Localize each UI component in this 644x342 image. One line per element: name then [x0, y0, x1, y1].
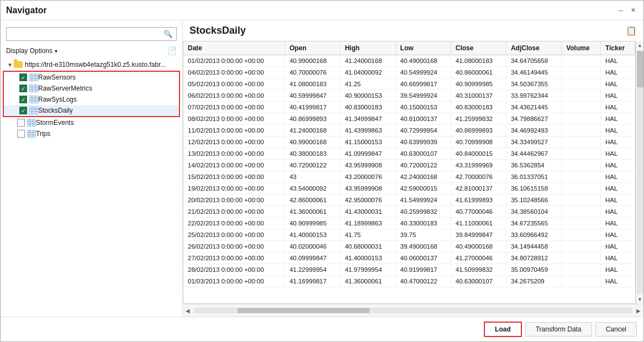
table-cell: 42.59000015 — [395, 183, 451, 194]
table-cell — [562, 90, 601, 102]
table-row: 22/02/2013 0:00:00 +00:0040.9099998541.1… — [183, 218, 635, 229]
checkbox-trips[interactable] — [17, 130, 25, 138]
close-button[interactable]: ✕ — [628, 6, 638, 15]
tree-item-trips[interactable]: Trips — [2, 128, 181, 139]
table-cell: 43.95999908 — [340, 160, 395, 171]
table-cell: 01/02/2013 0:00:00 +00:00 — [183, 55, 285, 67]
table-icon-rawservermetrics — [29, 85, 38, 92]
table-cell: 40.99000168 — [285, 136, 340, 148]
item-label-trips: Trips — [36, 130, 50, 138]
display-options-row: Display Options ▾ 📄 — [1, 45, 182, 59]
table-cell: 34.43621445 — [506, 102, 561, 113]
data-table-container[interactable]: Date Open High Low Close AdjClose Volume… — [183, 41, 636, 304]
tree-item-rawsensors[interactable]: RawSensors — [4, 72, 179, 83]
right-panel-title: StocksDaily — [189, 25, 246, 36]
checkbox-rawsensors[interactable] — [19, 73, 27, 81]
import-icon-button[interactable]: 📄 — [167, 46, 177, 55]
table-cell: 41.43000031 — [340, 206, 395, 218]
expand-arrow-icon: ▼ — [6, 61, 14, 69]
svg-rect-20 — [27, 119, 36, 127]
table-cell: HAL — [600, 206, 635, 218]
table-cell: 34.64705658 — [506, 55, 561, 67]
table-cell: HAL — [600, 148, 635, 160]
search-input[interactable] — [7, 28, 160, 40]
table-cell: 40.15000153 — [395, 102, 451, 113]
checkbox-rawservermetrics[interactable] — [19, 85, 27, 92]
checkbox-stormevents[interactable] — [17, 119, 25, 127]
checkbox-stocksdaily[interactable] — [19, 107, 27, 114]
table-cell: 40.66999817 — [395, 78, 451, 90]
table-cell: 34.14944458 — [506, 241, 561, 252]
table-cell: 40.90000153 — [340, 90, 395, 102]
table-cell: 43.31999969 — [451, 160, 506, 171]
table-cell: HAL — [600, 160, 635, 171]
h-scroll-track[interactable] — [194, 308, 632, 313]
search-icon-button[interactable]: 🔍 — [160, 28, 176, 40]
table-row: 19/02/2013 0:00:00 +00:0043.5400009243.9… — [183, 183, 635, 194]
table-cell: 40.63000107 — [395, 148, 451, 160]
table-cell: HAL — [600, 78, 635, 90]
table-cell: 42.95000076 — [340, 194, 395, 206]
export-icon[interactable]: 📋 — [626, 25, 637, 36]
table-row: 12/02/2013 0:00:00 +00:0040.9900016841.1… — [183, 136, 635, 148]
minimize-button[interactable]: ─ — [616, 6, 626, 15]
scroll-up-arrow[interactable]: ▲ — [636, 41, 644, 50]
load-button[interactable]: Load — [484, 322, 522, 337]
table-row: 25/02/2013 0:00:00 +00:0041.4000015341.7… — [183, 229, 635, 241]
scroll-left-arrow[interactable]: ◀ — [183, 306, 193, 315]
table-cell — [562, 67, 601, 78]
table-cell: 42.70000076 — [451, 171, 506, 183]
table-cell: 41.16999817 — [285, 276, 340, 287]
table-cell: 41.22999954 — [285, 264, 340, 276]
table-cell: 40.72000122 — [285, 160, 340, 171]
table-cell: 40.31000137 — [451, 90, 506, 102]
table-cell: 36.10615158 — [506, 183, 561, 194]
table-cell: 41.34999847 — [340, 113, 395, 125]
tree-item-rawsyslogs[interactable]: RawSysLogs — [4, 94, 179, 105]
tree-item-stormevents[interactable]: StormEvents — [2, 117, 181, 128]
table-row: 15/02/2013 0:00:00 +00:004343.2000007642… — [183, 171, 635, 183]
display-options-toggle[interactable]: Display Options ▾ — [6, 47, 57, 55]
v-scroll-track[interactable] — [637, 51, 643, 294]
table-cell: 34.33499527 — [506, 136, 561, 148]
table-cell: 43.20000076 — [340, 171, 395, 183]
tree-connection-root[interactable]: ▼ https://trd-e310mswb4etazg51k0.z5.kust… — [2, 59, 181, 71]
connection-label: https://trd-e310mswb4etazg51k0.z5.kusto.… — [25, 61, 166, 69]
table-cell: 26/02/2013 0:00:00 +00:00 — [183, 241, 285, 252]
table-cell — [562, 148, 601, 160]
table-cell: 07/02/2013 0:00:00 +00:00 — [183, 102, 285, 113]
table-cell: 14/02/2013 0:00:00 +00:00 — [183, 160, 285, 171]
table-icon-trips — [27, 130, 36, 138]
table-icon-rawsensors — [29, 73, 38, 81]
transform-data-button[interactable]: Transform Data — [525, 322, 592, 336]
table-cell: HAL — [600, 113, 635, 125]
tree-item-stocksdaily[interactable]: StocksDaily — [4, 105, 179, 116]
scroll-right-arrow[interactable]: ▶ — [634, 306, 643, 315]
table-cell: 34.2675209 — [506, 276, 561, 287]
title-bar: Navigator ─ ✕ — [1, 1, 643, 20]
table-cell — [562, 229, 601, 241]
cancel-button[interactable]: Cancel — [595, 322, 637, 336]
table-cell: HAL — [600, 194, 635, 206]
table-row: 20/02/2013 0:00:00 +00:0042.8600006142.9… — [183, 194, 635, 206]
table-cell: 43 — [285, 171, 340, 183]
table-cell: 25/02/2013 0:00:00 +00:00 — [183, 229, 285, 241]
table-cell: 11/02/2013 0:00:00 +00:00 — [183, 125, 285, 136]
table-cell: 34.38560104 — [506, 206, 561, 218]
checkbox-rawsyslogs[interactable] — [19, 96, 27, 103]
table-cell: 40.86999893 — [285, 113, 340, 125]
scroll-down-arrow[interactable]: ▼ — [636, 295, 644, 304]
table-cell: 34.46149445 — [506, 67, 561, 78]
table-cell: 43.95999908 — [340, 183, 395, 194]
tree-item-rawservermetrics[interactable]: RawServerMetrics — [4, 83, 179, 94]
folder-icon — [14, 60, 23, 69]
table-cell: 42.81000137 — [451, 183, 506, 194]
table-row: 01/02/2013 0:00:00 +00:0040.9900016841.2… — [183, 55, 635, 67]
svg-rect-0 — [29, 73, 38, 81]
table-cell — [562, 241, 601, 252]
item-label-stormevents: StormEvents — [36, 119, 74, 127]
table-cell — [562, 252, 601, 264]
table-cell: 19/02/2013 0:00:00 +00:00 — [183, 183, 285, 194]
table-cell: 40.83000183 — [451, 102, 506, 113]
footer: Load Transform Data Cancel — [1, 317, 643, 341]
